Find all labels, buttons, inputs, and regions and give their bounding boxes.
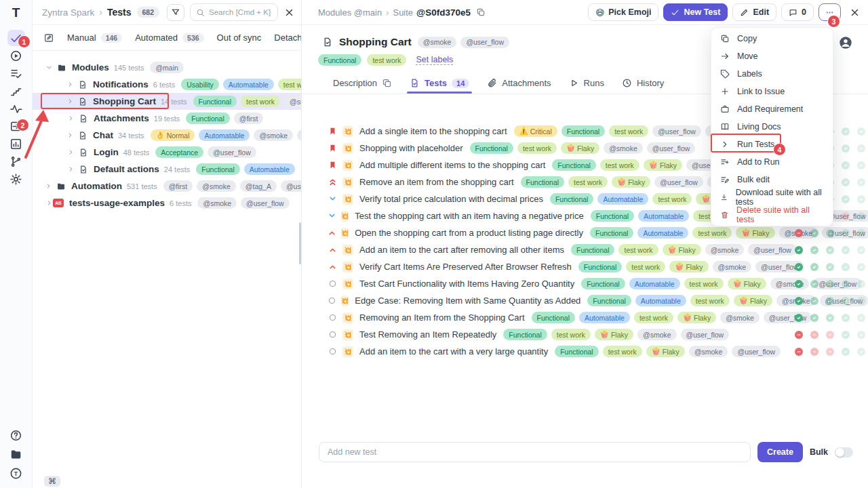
test-row[interactable]: 💥Test Removing an Item RepeatedlyFunctio… bbox=[302, 326, 868, 343]
comments-button[interactable]: 0 bbox=[781, 3, 814, 21]
menu-item-move[interactable]: Move bbox=[711, 47, 833, 65]
app-logo-icon[interactable]: T bbox=[0, 5, 32, 20]
run-status-passed[interactable] bbox=[842, 297, 850, 305]
run-status-passed[interactable] bbox=[842, 348, 850, 356]
run-status-passed[interactable] bbox=[857, 229, 865, 237]
run-status-passed[interactable] bbox=[857, 127, 865, 136]
badge-testwork[interactable]: test work bbox=[634, 312, 673, 323]
badge-Flaky[interactable]: 🍿Flaky bbox=[644, 159, 682, 171]
badge-Flaky[interactable]: 🍿Flaky bbox=[677, 312, 716, 323]
badge-smoke[interactable]: @smoke bbox=[604, 142, 643, 154]
badge-Functional[interactable]: Functional bbox=[532, 312, 575, 323]
badge-smoke[interactable]: @smoke bbox=[284, 96, 302, 107]
run-status-passed[interactable] bbox=[857, 178, 865, 186]
add-test-input[interactable] bbox=[319, 442, 751, 462]
badge-user_flow[interactable]: @user_flow bbox=[652, 125, 701, 137]
badge-Functional[interactable]: Functional bbox=[521, 176, 564, 188]
run-status-passed[interactable] bbox=[857, 212, 865, 220]
run-status-failed[interactable] bbox=[842, 212, 850, 220]
run-status-passed[interactable] bbox=[842, 178, 850, 186]
run-status-passed[interactable] bbox=[795, 297, 803, 305]
run-status-failed[interactable] bbox=[795, 348, 803, 356]
suite-tag-smoke[interactable]: @smoke bbox=[418, 37, 457, 48]
tree-item-automation[interactable]: Automation531 tests@first@smoke@tag_A@us… bbox=[33, 178, 301, 195]
compose-icon[interactable] bbox=[43, 33, 54, 43]
tree-item-login[interactable]: Login48 testsAcceptance@user_flow bbox=[33, 144, 301, 161]
badge-testwork[interactable]: test work bbox=[551, 329, 591, 340]
run-status-passed[interactable] bbox=[842, 314, 850, 322]
badge-Functional[interactable]: Functional bbox=[571, 244, 614, 256]
badge-Flaky[interactable]: 🍿Flaky bbox=[663, 244, 701, 256]
badge-user_flow[interactable]: @user_flow bbox=[748, 244, 797, 256]
badge-Functional[interactable]: Functional bbox=[470, 142, 513, 154]
run-status-passed[interactable] bbox=[857, 246, 865, 254]
badge-smoke[interactable]: @smoke bbox=[637, 329, 677, 340]
badge-Automatable[interactable]: Automatable bbox=[637, 227, 688, 239]
menu-item-download-suite-with-all-tests[interactable]: Download suite with all tests bbox=[711, 188, 833, 206]
sidebar-item-account[interactable]: T bbox=[7, 465, 25, 481]
close-panel-icon[interactable] bbox=[284, 7, 294, 18]
chevron-right-icon[interactable] bbox=[45, 182, 52, 190]
badge-Functional[interactable]: Functional bbox=[196, 163, 239, 175]
badge-testwork[interactable]: test work bbox=[600, 159, 639, 171]
run-status-passed[interactable] bbox=[826, 263, 834, 271]
badge-smoke[interactable]: @smoke bbox=[689, 346, 728, 357]
test-title[interactable]: Add a single item to the shopping cart bbox=[359, 126, 507, 136]
run-status-passed[interactable] bbox=[826, 297, 834, 305]
badge-user_flow[interactable]: @user_flow bbox=[654, 176, 703, 188]
badge-Automatable[interactable]: Automatable bbox=[635, 295, 686, 306]
badge-testwork[interactable]: test work bbox=[684, 278, 724, 289]
tab-runs[interactable]: Runs bbox=[569, 78, 604, 88]
tree-tab-detached[interactable]: Detached bbox=[274, 33, 302, 43]
chevron-down-icon[interactable] bbox=[45, 64, 53, 71]
badge-Automatable[interactable]: Automatable bbox=[597, 193, 648, 205]
test-row[interactable]: 💥Open the shopping cart from a product l… bbox=[302, 224, 868, 241]
tree-item-default-actions[interactable]: Default actions24 testsFunctionalAutomat… bbox=[33, 161, 301, 178]
suite-label-test-work[interactable]: test work bbox=[367, 54, 406, 66]
test-title[interactable]: Open the shopping cart from a product li… bbox=[355, 228, 583, 238]
pick-emoji-button[interactable]: 😄 Pick Emoji bbox=[588, 3, 658, 21]
copy-suite-id-icon[interactable] bbox=[476, 7, 486, 17]
run-status-passed[interactable] bbox=[857, 331, 865, 339]
badge-Flaky[interactable]: 🍿Flaky bbox=[595, 329, 633, 340]
test-row[interactable]: 💥Add an item to the cart with a very lar… bbox=[302, 343, 868, 360]
tree-item-notifications[interactable]: Notifications6 testsUsabilityAutomatable… bbox=[33, 76, 301, 93]
run-status-passed[interactable] bbox=[810, 314, 818, 322]
chevron-right-icon[interactable] bbox=[66, 131, 74, 139]
sidebar-item-help[interactable] bbox=[7, 427, 25, 443]
test-title[interactable]: Test Cart Functionality with Items Havin… bbox=[359, 279, 574, 289]
badge-Acceptance[interactable]: Acceptance bbox=[155, 146, 203, 158]
run-status-failed[interactable] bbox=[826, 348, 834, 356]
badge-testwork[interactable]: test work bbox=[278, 79, 302, 90]
search-input[interactable] bbox=[209, 8, 271, 16]
badge-Functional[interactable]: Functional bbox=[186, 113, 229, 124]
set-labels-link[interactable]: Set labels bbox=[416, 55, 453, 65]
badge-Functional[interactable]: Functional bbox=[193, 96, 237, 107]
chevron-right-icon[interactable] bbox=[66, 165, 75, 173]
badge-testwork[interactable]: test work bbox=[568, 176, 608, 188]
badge-Functional[interactable]: Functional bbox=[552, 159, 595, 171]
chevron-right-icon[interactable] bbox=[66, 148, 75, 156]
test-row[interactable]: 💥Test Cart Functionality with Items Havi… bbox=[302, 275, 868, 292]
new-test-button[interactable]: New Test bbox=[663, 3, 728, 21]
test-title[interactable]: Verify Cart Items Are Preserved After Br… bbox=[359, 262, 572, 272]
chevron-right-icon[interactable] bbox=[45, 199, 53, 207]
badge-testwork[interactable]: test work bbox=[609, 125, 648, 137]
badge-Normal[interactable]: 👌Normal bbox=[151, 129, 195, 141]
tree-item-attachments[interactable]: Attachments19 testsFunctional@first bbox=[33, 110, 301, 127]
badge-testwork[interactable]: test work bbox=[241, 96, 280, 107]
badge-first[interactable]: @first bbox=[163, 180, 193, 192]
menu-item-delete-suite-with-all-tests[interactable]: Delete suite with all tests bbox=[711, 206, 833, 224]
badge-Automatable[interactable]: Automatable bbox=[244, 163, 295, 175]
badge-Automatable[interactable]: Automatable bbox=[638, 210, 689, 222]
avatar[interactable] bbox=[838, 35, 853, 50]
menu-item-copy[interactable]: Copy bbox=[711, 30, 833, 47]
badge-main[interactable]: @main bbox=[150, 62, 183, 73]
run-status-passed[interactable] bbox=[857, 348, 865, 356]
menu-item-labels[interactable]: Labels bbox=[711, 65, 833, 83]
badge-smoke[interactable]: @smoke bbox=[254, 129, 293, 141]
badge-user_flow[interactable]: @user_flow bbox=[681, 329, 730, 340]
filter-button[interactable] bbox=[167, 4, 184, 21]
test-title[interactable]: Add multiple different items to the shop… bbox=[359, 160, 545, 170]
run-status-passed[interactable] bbox=[810, 297, 818, 305]
